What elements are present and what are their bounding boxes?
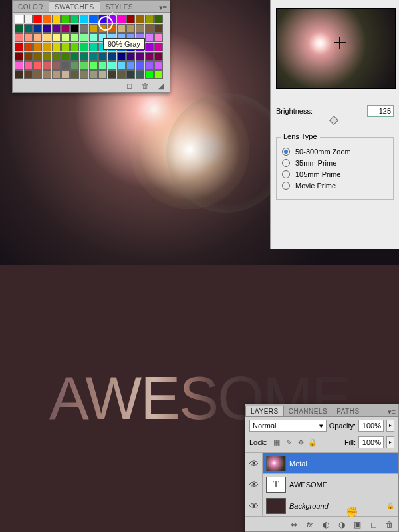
tab-styles[interactable]: STYLES [100, 2, 138, 12]
opacity-stepper[interactable]: ▸ [386, 420, 394, 432]
swatch[interactable] [24, 43, 33, 51]
swatch[interactable] [43, 43, 51, 51]
swatch[interactable] [33, 61, 42, 70]
swatch[interactable] [43, 33, 51, 42]
tab-channels[interactable]: CHANNELS [284, 406, 332, 416]
swatch[interactable] [24, 24, 33, 33]
swatch[interactable] [154, 33, 163, 42]
swatch[interactable] [70, 24, 79, 33]
swatch[interactable] [80, 70, 88, 79]
swatch[interactable] [33, 43, 42, 51]
swatch[interactable] [126, 15, 135, 23]
swatch[interactable] [24, 70, 33, 79]
tab-layers[interactable]: LAYERS [245, 406, 284, 416]
fill-input[interactable]: 100% [358, 436, 384, 448]
swatch[interactable] [80, 61, 88, 70]
layer-fx-icon[interactable]: fx [305, 519, 315, 529]
swatch[interactable] [80, 52, 88, 61]
swatch[interactable] [24, 52, 33, 61]
swatch[interactable] [145, 43, 154, 51]
swatch[interactable] [145, 70, 154, 79]
layer-name[interactable]: Metal [289, 460, 398, 467]
lens-option[interactable]: 50-300mm Zoom [282, 148, 388, 156]
swatch[interactable] [52, 61, 61, 70]
adjustment-layer-icon[interactable]: ◑ [336, 519, 346, 529]
delete-layer-icon[interactable]: 🗑 [384, 519, 394, 529]
layer-thumbnail[interactable] [266, 456, 286, 471]
swatch[interactable] [61, 70, 70, 79]
swatch[interactable] [70, 61, 79, 70]
swatch[interactable] [98, 52, 107, 61]
swatch[interactable] [33, 70, 42, 79]
swatch[interactable] [136, 24, 144, 33]
new-swatch-icon[interactable]: ◻ [124, 81, 134, 90]
swatch[interactable] [70, 43, 79, 51]
swatch[interactable] [15, 33, 23, 42]
swatch[interactable] [145, 33, 154, 42]
swatch[interactable] [154, 52, 163, 61]
lens-option[interactable]: 35mm Prime [282, 159, 388, 167]
layers-menu-icon[interactable]: ▾≡ [385, 408, 398, 416]
swatch[interactable] [89, 15, 98, 23]
layer-row[interactable]: 👁Background🔒 [245, 495, 398, 517]
brightness-slider[interactable] [276, 120, 394, 128]
swatch[interactable] [108, 70, 116, 79]
layer-thumbnail[interactable] [266, 498, 286, 514]
swatch[interactable] [89, 24, 98, 33]
layer-row[interactable]: 👁TAWESOME [245, 474, 398, 495]
brightness-slider-thumb[interactable] [329, 116, 338, 125]
tab-paths[interactable]: PATHS [332, 406, 364, 416]
swatch[interactable] [61, 33, 70, 42]
swatch[interactable] [154, 70, 163, 79]
swatch[interactable] [43, 70, 51, 79]
swatch[interactable] [52, 33, 61, 42]
swatch[interactable] [145, 15, 154, 23]
swatch[interactable] [15, 52, 23, 61]
swatch[interactable] [154, 24, 163, 33]
opacity-input[interactable]: 100% [358, 420, 384, 432]
swatches-grid[interactable] [13, 13, 170, 79]
swatch[interactable] [43, 15, 51, 23]
fill-stepper[interactable]: ▸ [386, 436, 394, 448]
swatch[interactable] [15, 70, 23, 79]
lock-pixels-icon[interactable]: ✎ [284, 438, 293, 447]
swatch[interactable] [98, 61, 107, 70]
swatch[interactable] [89, 61, 98, 70]
swatch[interactable] [80, 15, 88, 23]
tab-color[interactable]: COLOR [13, 2, 49, 12]
swatch[interactable] [117, 15, 126, 23]
swatch[interactable] [136, 70, 144, 79]
swatch[interactable] [117, 70, 126, 79]
swatch[interactable] [33, 24, 42, 33]
delete-swatch-icon[interactable]: 🗑 [140, 81, 150, 90]
swatch[interactable] [24, 33, 33, 42]
swatch[interactable] [61, 15, 70, 23]
layer-name[interactable]: AWESOME [289, 481, 398, 489]
swatch[interactable] [126, 24, 135, 33]
new-layer-icon[interactable]: ◻ [368, 519, 378, 529]
visibility-toggle-icon[interactable]: 👁 [245, 453, 263, 474]
swatch[interactable] [145, 61, 154, 70]
swatch[interactable] [89, 33, 98, 42]
swatch[interactable] [52, 24, 61, 33]
swatch[interactable] [80, 43, 88, 51]
lens-option[interactable]: 105mm Prime [282, 170, 388, 178]
swatch[interactable] [70, 52, 79, 61]
swatch[interactable] [117, 61, 126, 70]
blend-mode-select[interactable]: Normal▾ [249, 420, 327, 432]
layer-name[interactable]: Background [289, 502, 386, 510]
new-group-icon[interactable]: ▣ [352, 519, 362, 529]
swatch[interactable] [108, 52, 116, 61]
swatch[interactable] [126, 61, 135, 70]
swatch[interactable] [98, 70, 107, 79]
swatch[interactable] [70, 70, 79, 79]
swatch[interactable] [43, 61, 51, 70]
swatch[interactable] [136, 61, 144, 70]
lock-all-icon[interactable]: 🔒 [308, 438, 317, 447]
swatch[interactable] [89, 52, 98, 61]
link-layers-icon[interactable]: ⇔ [289, 519, 299, 529]
swatch[interactable] [24, 15, 33, 23]
swatch[interactable] [80, 33, 88, 42]
swatch[interactable] [145, 24, 154, 33]
swatch[interactable] [145, 52, 154, 61]
